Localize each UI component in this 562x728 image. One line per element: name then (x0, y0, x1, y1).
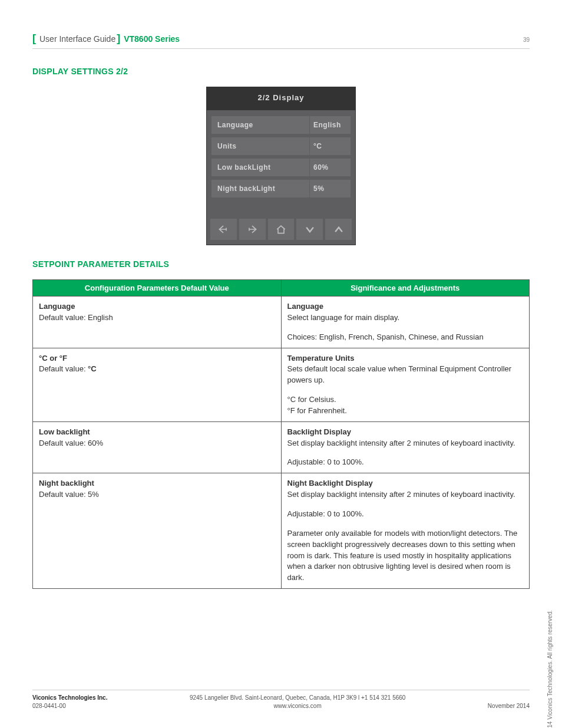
device-row-night-backlight[interactable]: Night backLight 5% (211, 180, 351, 197)
page-number: 39 (523, 37, 530, 43)
table-header-config: Configuration Parameters Default Value (33, 280, 282, 297)
device-row-label: Language (211, 116, 309, 134)
table-row: Language Default value: English Language… (33, 297, 530, 348)
param-sig-text: Set display backlight intensity after 2 … (287, 489, 524, 500)
copyright-text: © 2014 Viconics Technologies. All rights… (547, 610, 553, 728)
param-sig-title: Temperature Units (287, 353, 524, 364)
device-row-value: °C (309, 137, 351, 155)
param-name: Night backlight (39, 478, 275, 489)
table-row: Night backlight Default value: 5% Night … (33, 473, 530, 589)
section-title-setpoint-details: SETPOINT PARAMETER DETAILS (32, 259, 530, 269)
device-row-low-backlight[interactable]: Low backLight 60% (211, 159, 351, 176)
param-sig-text: °C for Celsius. °F for Fahrenheit. (287, 394, 524, 417)
device-row-label: Low backLight (211, 159, 309, 176)
param-sig-text: Parameter only available for models with… (287, 528, 524, 584)
device-row-label: Units (211, 137, 309, 155)
bracket-open-icon: [ (32, 32, 36, 45)
device-row-value: 5% (309, 180, 351, 197)
forward-arrow-icon[interactable] (239, 219, 266, 240)
device-row-units[interactable]: Units °C (211, 137, 351, 155)
param-sig-text: Select language for main display. (287, 312, 524, 324)
device-row-value: 60% (309, 159, 351, 176)
header-guide-title: User Interface Guide (39, 34, 115, 44)
device-screenshot: 2/2 Display Language English Units °C Lo… (206, 87, 356, 245)
param-default: Default value: °C (39, 364, 275, 375)
param-sig-text: Choices: English, French, Spanish, Chine… (287, 332, 524, 343)
page-header: [ User Interface Guide ] VT8600 Series 3… (32, 32, 530, 49)
param-name: Low backlight (39, 427, 275, 438)
table-row: °C or °F Default value: °C Temperature U… (33, 348, 530, 421)
footer-company: Viconics Technologies Inc. (32, 694, 107, 702)
page-footer: Viconics Technologies Inc. 028-0441-00 9… (32, 690, 530, 710)
footer-address: 9245 Langelier Blvd. Saint-Leonard, Queb… (107, 694, 487, 702)
param-sig-text: Set display backlight intensity after 2 … (287, 438, 524, 449)
table-row: Low backlight Default value: 60% Backlig… (33, 421, 530, 473)
parameter-table: Configuration Parameters Default Value S… (32, 279, 530, 589)
param-sig-title: Language (287, 301, 524, 312)
param-default: Default value: English (39, 312, 275, 324)
device-screen-title: 2/2 Display (207, 87, 355, 110)
param-sig-text: Sets default local scale value when Term… (287, 364, 524, 386)
param-default: Default value: 5% (39, 489, 275, 500)
param-name: Language (39, 301, 275, 312)
back-arrow-icon[interactable] (210, 219, 237, 240)
param-sig-title: Night Backlight Display (287, 478, 524, 489)
home-icon[interactable] (268, 219, 295, 240)
bracket-close-icon: ] (117, 32, 120, 45)
up-arrow-icon[interactable] (325, 219, 352, 240)
param-sig-text: Adjustable: 0 to 100%. (287, 509, 524, 520)
table-header-significance: Significance and Adjustments (281, 280, 530, 297)
param-default: Default value: 60% (39, 438, 275, 449)
device-row-language[interactable]: Language English (211, 116, 351, 134)
device-row-label: Night backLight (211, 180, 309, 197)
section-title-display-settings: DISPLAY SETTINGS 2/2 (32, 67, 530, 76)
param-sig-text: Adjustable: 0 to 100%. (287, 457, 524, 468)
footer-date: November 2014 (488, 702, 530, 710)
footer-doc-no: 028-0441-00 (32, 702, 107, 710)
device-row-value: English (309, 116, 351, 134)
header-series: VT8600 Series (124, 34, 180, 44)
down-arrow-icon[interactable] (296, 219, 323, 240)
param-name: °C or °F (39, 353, 275, 364)
footer-website: www.viconics.com (107, 702, 487, 710)
param-sig-title: Backlight Display (287, 427, 524, 438)
